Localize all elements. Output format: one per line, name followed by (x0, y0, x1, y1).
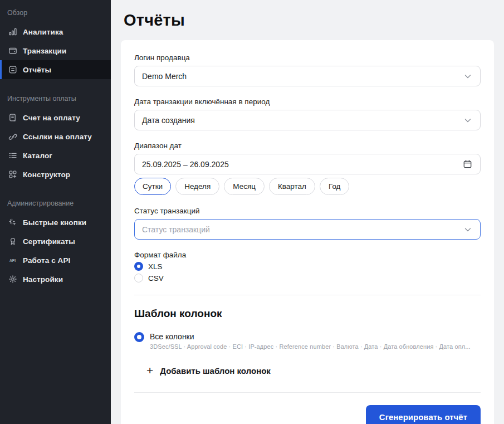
sidebar-item-transactions[interactable]: Транзакции (0, 41, 111, 60)
date-type-label: Дата транзакции включённая в период (134, 98, 481, 106)
award-icon (8, 237, 17, 246)
invoice-icon (8, 113, 17, 123)
date-type-field: Дата транзакции включённая в период Дата… (134, 98, 481, 130)
sparkle-click-icon (8, 218, 17, 227)
date-range-field: Диапазон дат 25.09.2025 – 26.09.2025 (134, 142, 481, 174)
pill-quarter[interactable]: Квартал (269, 178, 315, 195)
columns-template-heading: Шаблон колонок (134, 308, 481, 320)
all-columns-description: 3DSec/SSL · Approval code · ECI · IP-адр… (150, 343, 471, 350)
date-range-input[interactable]: 25.09.2025 – 26.09.2025 (134, 154, 481, 174)
add-template-button[interactable]: + Добавить шаблон колонок (146, 365, 481, 376)
gear-icon (8, 275, 17, 284)
sidebar-item-label: Отчёты (23, 66, 51, 74)
merchant-login-select[interactable]: Demo Merch (134, 66, 481, 86)
sidebar-item-settings[interactable]: Настройки (0, 270, 111, 289)
sidebar-item-label: Конструктор (23, 170, 70, 179)
divider (134, 392, 481, 393)
merchant-login-value: Demo Merch (142, 72, 187, 81)
api-icon: API (8, 256, 17, 265)
all-columns-option[interactable]: Все колонки 3DSec/SSL · Approval code · … (134, 332, 481, 350)
report-form-card: Логин продавца Demo Merch Дата транзакци… (121, 40, 494, 424)
main-content: Отчёты Логин продавца Demo Merch Дата тр… (111, 0, 504, 424)
radio-checked-icon (134, 262, 143, 271)
sidebar-section-administration: Администрирование Быстрые кнопки Сертифи… (0, 199, 111, 289)
plus-icon: + (146, 365, 153, 376)
sidebar-section-payment-tools: Инструменты оплаты Счет на оплату Ссылки… (0, 95, 111, 184)
sidebar-item-label: Аналитика (23, 28, 63, 36)
radio-checked-icon (134, 332, 144, 342)
section-label-administration: Администрирование (0, 199, 111, 213)
radio-label: CSV (148, 274, 164, 282)
sidebar-item-label: Работа с API (23, 256, 70, 265)
file-format-option-xls[interactable]: XLS (134, 262, 481, 271)
sidebar-item-constructor[interactable]: Конструктор (0, 165, 111, 184)
period-pills: Сутки Неделя Месяц Квартал Год (134, 178, 481, 195)
status-label: Статус транзакций (134, 207, 481, 215)
sidebar-item-label: Быстрые кнопки (23, 218, 86, 227)
report-document-icon (8, 65, 17, 75)
pill-day[interactable]: Сутки (134, 178, 171, 195)
add-template-label: Добавить шаблон колонок (160, 366, 271, 376)
radio-label: XLS (148, 262, 163, 271)
wallet-icon (8, 46, 17, 56)
generate-report-button[interactable]: Сгенерировать отчёт (366, 405, 481, 424)
pill-week[interactable]: Неделя (175, 178, 219, 195)
builder-grid-icon (8, 170, 17, 179)
list-icon (8, 151, 17, 160)
date-type-select[interactable]: Дата создания (134, 110, 481, 130)
sidebar-item-analytics[interactable]: Аналитика (0, 22, 111, 41)
chevron-down-icon (463, 225, 473, 235)
status-placeholder: Статус транзакций (142, 225, 210, 234)
sidebar-item-label: Сертификаты (23, 237, 75, 246)
sidebar-item-label: Ссылки на оплату (23, 133, 92, 141)
link-icon (8, 132, 17, 142)
divider (134, 295, 481, 295)
bar-chart-icon (8, 27, 17, 37)
file-format-field: Формат файла XLS CSV (134, 251, 481, 282)
sidebar-section-overview: Обзор Аналитика Транзакции О (0, 9, 111, 79)
sidebar-item-payment-links[interactable]: Ссылки на оплату (0, 127, 111, 146)
sidebar-item-label: Настройки (23, 275, 63, 284)
radio-unchecked-icon (134, 274, 143, 282)
file-format-option-csv[interactable]: CSV (134, 274, 481, 282)
section-label-overview: Обзор (0, 9, 111, 22)
date-type-value: Дата создания (142, 116, 195, 125)
sidebar-item-quick-buttons[interactable]: Быстрые кнопки (0, 213, 111, 232)
sidebar-item-catalog[interactable]: Каталог (0, 146, 111, 165)
merchant-login-label: Логин продавца (134, 53, 481, 62)
sidebar-item-certificates[interactable]: Сертификаты (0, 232, 111, 251)
sidebar: Обзор Аналитика Транзакции О (0, 0, 111, 424)
file-format-label: Формат файла (134, 251, 481, 259)
sidebar-item-api[interactable]: API Работа с API (0, 251, 111, 270)
sidebar-item-label: Транзакции (23, 47, 66, 55)
sidebar-item-invoice[interactable]: Счет на оплату (0, 108, 111, 127)
section-label-payment-tools: Инструменты оплаты (0, 95, 111, 108)
chevron-down-icon (463, 71, 473, 81)
status-field: Статус транзакций Статус транзакций (134, 207, 481, 240)
status-select[interactable]: Статус транзакций (134, 219, 481, 240)
chevron-down-icon (463, 115, 473, 125)
date-range-label: Диапазон дат (134, 142, 481, 150)
pill-year[interactable]: Год (320, 178, 350, 195)
merchant-login-field: Логин продавца Demo Merch (134, 53, 481, 86)
form-footer: Сгенерировать отчёт (134, 405, 481, 424)
sidebar-item-label: Счет на оплату (23, 114, 80, 122)
date-range-value: 25.09.2025 – 26.09.2025 (142, 160, 229, 169)
page-title: Отчёты (124, 11, 494, 30)
pill-month[interactable]: Месяц (224, 178, 265, 195)
all-columns-label: Все колонки (150, 332, 471, 341)
sidebar-item-reports[interactable]: Отчёты (0, 60, 111, 79)
all-columns-text: Все колонки 3DSec/SSL · Approval code · … (150, 332, 471, 350)
sidebar-item-label: Каталог (23, 152, 52, 160)
svg-text:API: API (9, 259, 16, 262)
calendar-icon (463, 159, 473, 169)
